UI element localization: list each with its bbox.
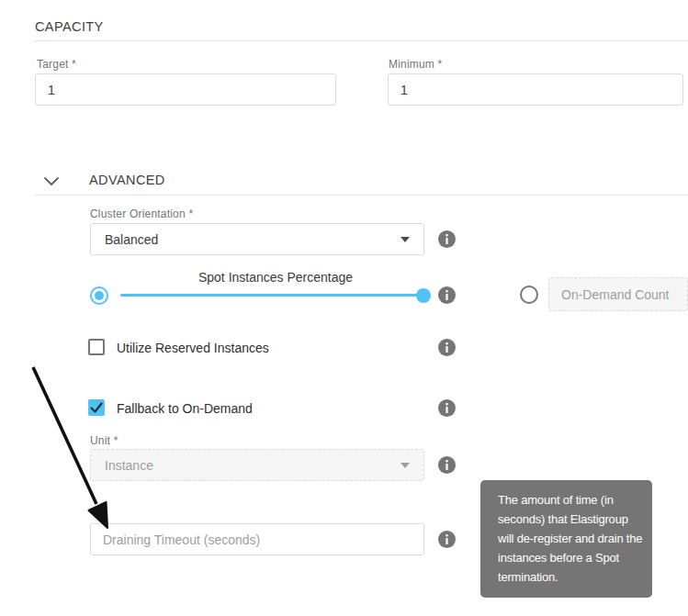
target-input[interactable] xyxy=(35,73,336,106)
spot-percentage-slider-thumb[interactable] xyxy=(416,288,431,303)
spot-percentage-radio[interactable] xyxy=(90,286,108,305)
draining-timeout-input[interactable] xyxy=(90,523,424,555)
advanced-divider xyxy=(35,195,688,196)
draining-timeout-info-icon[interactable] xyxy=(438,531,456,548)
spot-percentage-slider-track[interactable] xyxy=(120,294,423,297)
cluster-orientation-label: Cluster Orientation * xyxy=(90,207,193,220)
utilize-reserved-checkbox[interactable] xyxy=(88,339,105,355)
utilize-reserved-label: Utilize Reserved Instances xyxy=(117,341,269,355)
capacity-section-title: CAPACITY xyxy=(35,19,104,34)
unit-select[interactable]: Instance xyxy=(90,449,424,481)
advanced-collapse-chevron-icon[interactable] xyxy=(43,174,60,184)
fallback-on-demand-info-icon[interactable] xyxy=(438,399,456,417)
spot-percentage-label: Spot Instances Percentage xyxy=(110,270,441,285)
advanced-section-title: ADVANCED xyxy=(89,173,165,187)
chevron-down-icon xyxy=(400,237,410,242)
on-demand-count-radio[interactable] xyxy=(520,286,538,304)
minimum-label: Minimum * xyxy=(389,58,442,71)
unit-info-icon[interactable] xyxy=(438,456,456,474)
chevron-down-icon xyxy=(400,463,410,468)
cluster-orientation-value: Balanced xyxy=(105,232,158,247)
utilize-reserved-info-icon[interactable] xyxy=(438,339,456,356)
minimum-input[interactable] xyxy=(388,73,683,106)
cluster-orientation-select[interactable]: Balanced xyxy=(90,223,424,255)
spot-percentage-info-icon[interactable] xyxy=(438,286,456,304)
draining-timeout-tooltip: The amount of time (in seconds) that Ela… xyxy=(480,480,652,598)
fallback-on-demand-label: Fallback to On-Demand xyxy=(117,401,253,416)
cluster-orientation-info-icon[interactable] xyxy=(438,230,456,248)
capacity-divider xyxy=(35,40,688,41)
on-demand-count-input[interactable] xyxy=(548,277,688,311)
target-label: Target * xyxy=(37,58,76,71)
annotation-arrow-icon xyxy=(20,360,117,539)
